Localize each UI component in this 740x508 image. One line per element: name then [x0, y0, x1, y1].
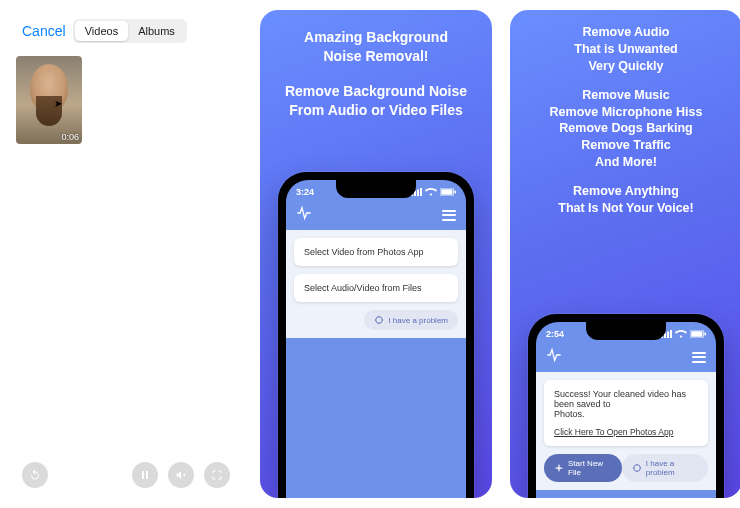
- svg-rect-5: [441, 189, 452, 195]
- promo3-h2-l4: Remove Traffic: [550, 137, 703, 154]
- success-text-l1: Success! Your cleaned video has been sav…: [554, 389, 698, 409]
- status-time: 2:54: [546, 329, 564, 339]
- phone-mock-2: 3:24 Select Video from Photos App Select…: [278, 172, 474, 498]
- wifi-icon: [425, 188, 437, 196]
- promo3-h1-l2: That is Unwanted: [550, 41, 703, 58]
- player-controls: [10, 462, 242, 488]
- segment-albums[interactable]: Albums: [128, 21, 185, 41]
- promo2-headline-1a: Amazing Background: [285, 28, 467, 47]
- start-new-file-button[interactable]: Start New File: [544, 454, 622, 482]
- segmented-control[interactable]: Videos Albums: [73, 19, 187, 43]
- video-thumbnail[interactable]: ➤ 0:06: [16, 56, 82, 144]
- svg-rect-17: [691, 331, 702, 337]
- promo3-h2-l1: Remove Music: [550, 87, 703, 104]
- segment-videos[interactable]: Videos: [75, 21, 128, 41]
- fullscreen-button[interactable]: [204, 462, 230, 488]
- screenshot-promo-noise-removal: Amazing Background Noise Removal! Remove…: [260, 10, 492, 498]
- promo-3-text: Remove Audio That is Unwanted Very Quick…: [536, 10, 717, 235]
- promo-2-text: Amazing Background Noise Removal! Remove…: [271, 10, 481, 142]
- i-have-a-problem-button[interactable]: I have a problem: [622, 454, 708, 482]
- svg-rect-14: [667, 332, 669, 339]
- notch: [586, 322, 666, 340]
- app-logo-icon: [546, 347, 562, 367]
- notch: [336, 180, 416, 198]
- app-body: Success! Your cleaned video has been sav…: [536, 372, 716, 490]
- screenshots-row: Cancel Videos Albums ➤ 0:06: [0, 0, 740, 508]
- success-text-l2: Photos.: [554, 409, 698, 419]
- svg-rect-3: [420, 188, 422, 196]
- promo2-headline-1b: Noise Removal!: [285, 47, 467, 66]
- screenshot-photo-picker: Cancel Videos Albums ➤ 0:06: [10, 10, 242, 498]
- problem-label: I have a problem: [388, 316, 448, 325]
- status-time: 3:24: [296, 187, 314, 197]
- battery-icon: [440, 188, 456, 196]
- plus-icon: [554, 463, 564, 473]
- svg-point-21: [633, 465, 640, 472]
- target-icon: [374, 315, 384, 325]
- option-select-from-photos[interactable]: Select Video from Photos App: [294, 238, 458, 266]
- option-select-from-files[interactable]: Select Audio/Video from Files: [294, 274, 458, 302]
- promo2-headline-2a: Remove Background Noise: [285, 82, 467, 101]
- app-header: [286, 204, 466, 230]
- app-header: [536, 346, 716, 372]
- screenshot-promo-remove-audio: Remove Audio That is Unwanted Very Quick…: [510, 10, 740, 498]
- promo3-h2-l2: Remove Microphone Hiss: [550, 104, 703, 121]
- pause-button[interactable]: [132, 462, 158, 488]
- promo3-h3-l2: That Is Not Your Voice!: [550, 200, 703, 217]
- promo3-h1-l1: Remove Audio: [550, 24, 703, 41]
- open-photos-link[interactable]: Click Here To Open Photos App: [554, 427, 698, 437]
- restart-button[interactable]: [22, 462, 48, 488]
- target-icon: [632, 463, 642, 473]
- wifi-icon: [675, 330, 687, 338]
- menu-icon[interactable]: [442, 210, 456, 221]
- app-logo-icon: [296, 205, 312, 225]
- svg-rect-15: [670, 330, 672, 338]
- promo3-h2-l3: Remove Dogs Barking: [550, 120, 703, 137]
- video-grid: ➤ 0:06: [10, 50, 242, 150]
- svg-rect-2: [417, 190, 419, 197]
- promo3-h1-l3: Very Quickly: [550, 58, 703, 75]
- promo2-headline-2b: From Audio or Video Files: [285, 101, 467, 120]
- success-card: Success! Your cleaned video has been sav…: [544, 380, 708, 446]
- menu-icon[interactable]: [692, 352, 706, 363]
- picker-top-bar: Cancel Videos Albums: [10, 10, 242, 50]
- video-duration: 0:06: [61, 132, 79, 142]
- svg-rect-6: [454, 190, 456, 193]
- cancel-button[interactable]: Cancel: [18, 23, 66, 39]
- svg-point-7: [376, 317, 383, 324]
- phone-mock-3: 2:54 Success! Your cleaned video has bee…: [528, 314, 724, 498]
- i-have-a-problem-button[interactable]: I have a problem: [364, 310, 458, 330]
- mute-button[interactable]: [168, 462, 194, 488]
- promo3-h2-l5: And More!: [550, 154, 703, 171]
- svg-rect-18: [704, 332, 706, 335]
- battery-icon: [690, 330, 706, 338]
- start-new-label: Start New File: [568, 459, 612, 477]
- problem-label: I have a problem: [646, 459, 698, 477]
- promo3-h3-l1: Remove Anything: [550, 183, 703, 200]
- app-body: Select Video from Photos App Select Audi…: [286, 230, 466, 338]
